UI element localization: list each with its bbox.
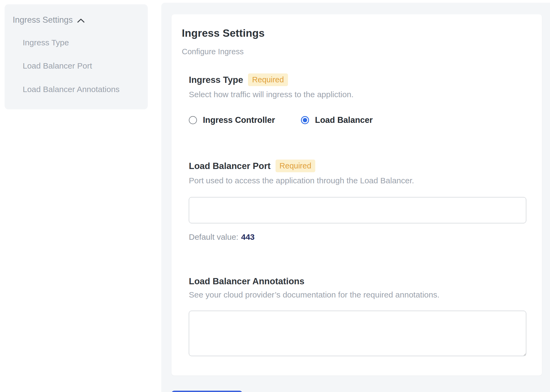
radio-ingress-controller[interactable] (189, 116, 197, 124)
section-title-ingress-type: Ingress Type (189, 75, 243, 85)
radio-option-load-balancer[interactable]: Load Balancer (301, 115, 373, 125)
ingress-type-radio-group: Ingress Controller Load Balancer (189, 115, 526, 125)
section-load-balancer-annotations: Load Balancer Annotations See your cloud… (189, 276, 526, 356)
config-sections: Ingress Type Required Select how traffic… (182, 73, 526, 356)
required-badge: Required (248, 73, 288, 86)
load-balancer-port-input[interactable] (189, 197, 526, 223)
radio-option-ingress-controller[interactable]: Ingress Controller (189, 115, 275, 125)
config-nav-sidebar: Ingress Settings Ingress Type Load Balan… (5, 4, 148, 109)
radio-label: Load Balancer (315, 115, 373, 125)
left-column: Ingress Settings Ingress Type Load Balan… (0, 0, 161, 392)
load-balancer-annotations-textarea[interactable] (189, 311, 526, 356)
section-load-balancer-port: Load Balancer Port Required Port used to… (189, 160, 526, 242)
default-value-line: Default value:443 (189, 232, 526, 242)
section-description: See your cloud provider’s documentation … (189, 290, 526, 299)
sidebar-item-load-balancer-annotations[interactable]: Load Balancer Annotations (23, 83, 120, 95)
radio-label: Ingress Controller (203, 115, 275, 125)
required-badge: Required (276, 160, 316, 172)
sidebar-group-label: Ingress Settings (13, 15, 73, 25)
page-title: Ingress Settings (182, 27, 526, 39)
section-description: Select how traffic will ingress to the a… (189, 90, 526, 99)
default-value: 443 (241, 232, 254, 241)
sidebar-item-load-balancer-port[interactable]: Load Balancer Port (23, 60, 120, 72)
section-description: Port used to access the application thro… (189, 176, 526, 185)
page-subtitle: Configure Ingress (182, 47, 526, 56)
default-value-label: Default value: (189, 232, 238, 241)
section-title-load-balancer-annotations: Load Balancer Annotations (189, 276, 304, 286)
section-title-load-balancer-port: Load Balancer Port (189, 161, 271, 171)
sidebar-items: Ingress Type Load Balancer Port Load Bal… (13, 37, 140, 95)
radio-load-balancer[interactable] (301, 116, 309, 124)
main-content: Ingress Settings Configure Ingress Ingre… (161, 3, 550, 392)
sidebar-group-ingress-settings[interactable]: Ingress Settings (13, 15, 140, 25)
ingress-settings-card: Ingress Settings Configure Ingress Ingre… (172, 14, 542, 376)
save-config-button[interactable]: Save config (172, 391, 242, 392)
sidebar-item-ingress-type[interactable]: Ingress Type (23, 37, 120, 49)
chevron-up-icon[interactable] (77, 18, 85, 23)
section-ingress-type: Ingress Type Required Select how traffic… (189, 73, 526, 125)
